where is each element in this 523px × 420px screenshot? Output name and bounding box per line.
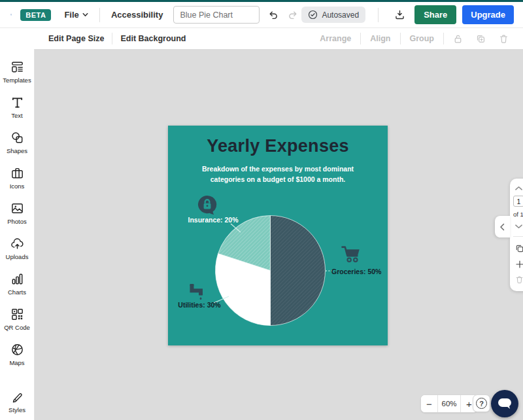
divider <box>112 33 112 44</box>
trash-icon <box>498 33 509 44</box>
sidebar-item-icons[interactable]: Icons <box>0 160 34 196</box>
app-window: BETA File Accessibility <box>0 0 523 420</box>
collapse-panel-button[interactable] <box>495 216 510 237</box>
text-icon <box>10 95 25 110</box>
file-menu-button[interactable]: File <box>60 6 92 24</box>
lock-button[interactable] <box>447 31 469 47</box>
autosaved-label: Autosaved <box>322 10 359 20</box>
divider <box>378 8 379 22</box>
check-circle-icon <box>308 10 318 20</box>
sidebar-label: Templates <box>3 77 31 84</box>
delete-button[interactable] <box>492 31 515 47</box>
sidebar-item-shapes[interactable]: Shapes <box>0 125 34 160</box>
zoom-out-button[interactable]: − <box>421 395 437 412</box>
duplicate-button[interactable] <box>469 31 492 47</box>
chat-bubble-icon <box>497 396 513 411</box>
upgrade-button[interactable]: Upgrade <box>462 5 514 24</box>
edit-page-size-button[interactable]: Edit Page Size <box>43 31 109 46</box>
lock-icon <box>452 33 464 44</box>
page-number-input[interactable]: 1 <box>513 196 523 207</box>
sidebar-label: QR Code <box>4 324 30 331</box>
zoom-control: − 60% + <box>420 394 478 413</box>
sidebar-item-uploads[interactable]: Uploads <box>0 231 34 266</box>
chat-widget-button[interactable] <box>491 390 518 417</box>
chart-title[interactable]: Yearly Expenses <box>168 136 388 156</box>
duplicate-icon <box>475 33 486 44</box>
group-button[interactable]: Group <box>403 31 441 46</box>
lock-bubble-icon[interactable] <box>195 193 220 218</box>
upload-cloud-icon <box>10 236 25 251</box>
paintbrush-icon <box>10 389 25 404</box>
chevron-down-icon <box>515 223 523 230</box>
redo-icon <box>288 9 299 20</box>
duplicate-page-button[interactable] <box>513 242 523 255</box>
slice-label-utilities[interactable]: Utilities: 30% <box>173 301 226 309</box>
page-count-label: of 1 <box>513 209 523 219</box>
accessibility-button[interactable]: Accessibility <box>106 6 169 24</box>
chart-subtitle[interactable]: Breakdown of the expenses by most domina… <box>195 164 360 185</box>
chevron-left-icon <box>499 223 506 231</box>
sidebar-label: Text <box>11 112 22 119</box>
add-page-button[interactable] <box>513 258 523 271</box>
sidebar-label: Maps <box>9 359 24 366</box>
sidebar-item-photos[interactable]: Photos <box>0 196 34 231</box>
trash-icon <box>515 275 523 285</box>
briefcase-icon <box>10 166 25 181</box>
shapes-icon <box>10 130 25 145</box>
page-up-button[interactable] <box>513 184 523 193</box>
poster[interactable]: Yearly Expenses Breakdown of the expense… <box>168 126 388 345</box>
beta-badge: BETA <box>20 9 51 21</box>
sidebar-item-qr-code[interactable]: QR Code <box>0 302 34 337</box>
divider <box>443 33 444 44</box>
download-icon <box>394 9 406 21</box>
sidebar-label: Uploads <box>6 253 29 260</box>
design-canvas[interactable]: Yearly Expenses Breakdown of the expense… <box>35 49 523 420</box>
edit-toolbar: Edit Page Size Edit Background Arrange A… <box>0 28 523 50</box>
sidebar-item-maps[interactable]: Maps <box>0 337 34 372</box>
arrange-button[interactable]: Arrange <box>313 31 358 46</box>
globe-icon <box>10 342 25 357</box>
pie-slice-groceries[interactable] <box>271 216 326 326</box>
shopping-cart-icon[interactable] <box>340 243 362 266</box>
question-mark-icon: ? <box>476 398 487 409</box>
sidebar-label: Charts <box>8 289 26 296</box>
sidebar-label: Styles <box>8 406 25 413</box>
slice-label-groceries[interactable]: Groceries: 50% <box>331 268 379 275</box>
duplicate-icon <box>515 243 523 254</box>
download-button[interactable] <box>391 6 409 24</box>
sidebar-item-text[interactable]: Text <box>0 90 34 125</box>
divider <box>360 33 361 44</box>
align-button[interactable]: Align <box>363 31 397 46</box>
zoom-level-value[interactable]: 60% <box>437 395 461 412</box>
venngage-logo-icon[interactable] <box>10 7 12 23</box>
page-down-button[interactable] <box>513 222 523 231</box>
chevron-up-icon <box>515 185 523 192</box>
delete-page-button[interactable] <box>513 273 523 286</box>
plus-icon <box>515 259 523 270</box>
document-title-input[interactable] <box>173 6 260 24</box>
divider <box>513 236 523 237</box>
bar-chart-icon <box>10 271 25 287</box>
sidebar-label: Icons <box>10 183 25 190</box>
help-button[interactable]: ? <box>473 394 490 412</box>
sidebar-label: Photos <box>7 218 27 225</box>
sidebar-item-charts[interactable]: Charts <box>0 266 34 302</box>
undo-button[interactable] <box>265 7 281 23</box>
left-sidebar: Templates Text Shapes Icons <box>0 49 35 420</box>
sidebar-label: Shapes <box>7 147 27 154</box>
sidebar-item-templates[interactable]: Templates <box>0 54 34 90</box>
sidebar-item-styles[interactable]: Styles <box>0 384 34 420</box>
redo-button[interactable] <box>285 7 301 23</box>
photo-icon <box>10 201 25 216</box>
undo-icon <box>267 9 278 20</box>
share-button[interactable]: Share <box>414 5 456 24</box>
faucet-icon[interactable] <box>188 281 208 302</box>
chevron-down-icon <box>82 11 89 18</box>
top-header: BETA File Accessibility <box>0 2 523 28</box>
edit-background-button[interactable]: Edit Background <box>115 31 191 46</box>
file-menu-label: File <box>64 10 78 20</box>
templates-icon <box>10 60 25 75</box>
slice-label-insurance[interactable]: Insurance: 20% <box>186 216 240 224</box>
divider <box>400 33 401 44</box>
qr-code-icon <box>10 307 25 322</box>
